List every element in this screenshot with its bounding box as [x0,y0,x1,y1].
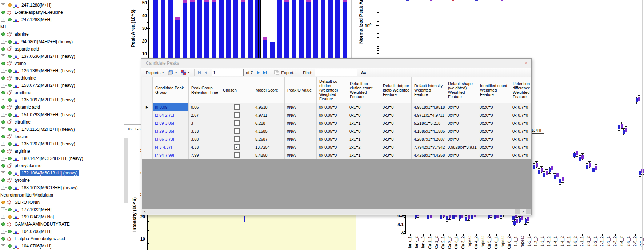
row-indicator[interactable] [142,143,153,151]
heatmap-button[interactable]: ▼ [180,69,192,76]
tree-item[interactable]: +177.1022[M+H] [0,206,52,213]
expand-plus-icon[interactable]: + [1,142,5,146]
tree-group-neurotransmitter-modulator[interactable]: Neurotransmitter/Modulator [0,191,53,199]
peak-group-link[interactable]: [0-0.09] [155,105,168,109]
tree-item[interactable]: +247.1288[M+H] [0,1,52,9]
next-page-button[interactable] [256,70,261,75]
tree-item[interactable]: L-alpha-Aminobutyric acid [0,235,66,242]
tree-item[interactable]: +180.1474[MC134H2+H] (heavy) [0,155,84,162]
peak-group-link[interactable]: [2.89-3.05] [155,121,174,125]
tree-item[interactable]: +199.0842[M+Na] [0,213,55,221]
chosen-checkbox[interactable] [234,104,240,110]
expand-plus-icon[interactable]: + [1,171,5,175]
peak-group-link[interactable]: [7.94-7.99] [155,153,174,157]
expand-plus-icon[interactable]: + [1,84,5,88]
tree-item[interactable]: +137.0636[M3H2+H] (heavy) [0,53,76,60]
peak-group-link[interactable]: [2.64-2.71] [155,113,174,117]
tree-item[interactable]: +151.0793[M3H2+H] (heavy) [0,111,76,118]
row-indicator[interactable] [142,127,153,135]
tree-item[interactable]: GAMMA-AMINOBUTYRATE [0,221,71,228]
column-header[interactable] [142,77,153,103]
font-size-button[interactable]: Aa [360,70,367,76]
tree-group-mt[interactable]: MT [0,23,7,31]
expand-plus-icon[interactable]: + [1,18,5,22]
chosen-checkbox[interactable]: ✓ [234,144,240,150]
cell-chosen[interactable] [220,103,253,111]
tree-item[interactable]: SEROTONIN [0,199,41,206]
tree-item[interactable]: valine [0,60,27,67]
page-number-input[interactable] [212,69,244,76]
expand-plus-icon[interactable]: + [1,207,5,211]
column-header[interactable]: Default dotp or idotp Weighted Feature [380,77,412,103]
column-header[interactable]: Default shape (weighted) Weighted Featur… [445,77,477,103]
expand-plus-icon[interactable]: + [1,230,5,234]
cell-candidate_peak_group[interactable]: [4.3-4.37] [153,143,189,151]
tree-item[interactable]: +135.1097[M2H2+H] (heavy) [0,96,76,104]
cell-chosen[interactable]: ✓ [220,143,253,151]
cell-candidate_peak_group[interactable]: [3.29-3.35] [153,127,189,135]
expand-plus-icon[interactable]: + [1,69,5,73]
dialog-titlebar[interactable]: Candidate Peaks × [141,59,531,68]
row-indicator[interactable] [142,135,153,143]
peak-group-link[interactable]: [3.66-3.73] [155,137,174,141]
tree-item[interactable]: glutamic acid [0,104,41,111]
cell-chosen[interactable] [220,151,253,159]
chosen-checkbox[interactable] [234,128,240,134]
chosen-checkbox[interactable] [234,112,240,118]
tree-item[interactable]: +135.1207[M3H2+H] (heavy) [0,140,76,148]
row-indicator[interactable] [142,151,153,159]
pivot-button[interactable]: ▼ [167,69,179,76]
expand-plus-icon[interactable]: + [1,3,5,7]
cell-candidate_peak_group[interactable]: [3.66-3.73] [153,135,189,143]
expand-plus-icon[interactable]: + [1,98,5,102]
tree-item[interactable]: +153.0772[M3H2+H] (heavy) [0,82,76,89]
expand-plus-icon[interactable]: + [1,186,5,190]
column-header[interactable]: Candidate Peak Group [153,77,189,103]
cell-candidate_peak_group[interactable]: [2.64-2.71] [153,111,189,119]
row-indicator[interactable]: ▶ [142,103,153,111]
column-header[interactable]: Peak Q Value [285,77,317,103]
previous-page-button[interactable] [203,70,209,75]
column-header[interactable]: Default intensity Weighted Feature [412,77,445,103]
tree-item[interactable]: +104.0706[M+H] [0,228,52,235]
tree-item[interactable]: methionine [0,74,37,82]
cell-candidate_peak_group[interactable]: [2.89-3.05] [153,119,189,127]
chosen-checkbox[interactable] [234,152,240,158]
tree-item[interactable]: phenylalanine [0,162,43,169]
expand-plus-icon[interactable]: + [1,40,5,44]
expand-plus-icon[interactable]: + [1,113,5,117]
peak-group-link[interactable]: [3.29-3.35] [155,129,174,133]
tree-item[interactable]: arginine [0,148,31,155]
reports-button[interactable]: Reports ▼ [144,70,166,76]
cell-chosen[interactable] [220,111,253,119]
tree-item[interactable]: aspartic acid [0,45,40,53]
tree-item-selected[interactable]: +172.1064[M6C13+H] (heavy) [0,169,79,177]
tree-item[interactable]: +178.1155[M2H2+H] (heavy) [0,126,76,133]
export-button[interactable]: Export... [273,69,298,76]
expand-plus-icon[interactable]: + [1,127,5,131]
tree-item[interactable]: +188.1013[M6C13+H] (heavy) [0,184,79,191]
chosen-checkbox[interactable] [234,120,240,126]
column-header[interactable]: Model Score [253,77,285,103]
tree-item[interactable]: leucine [0,133,29,140]
peak-group-link[interactable]: [4.3-4.37] [155,145,172,149]
column-header[interactable]: Default co-elution (weighted) Weighted F… [317,77,347,103]
expand-plus-icon[interactable]: + [1,215,5,219]
pane-splitter-strip[interactable] [124,0,129,250]
column-header[interactable]: Peak Group Retention Time [189,77,220,103]
tree-item[interactable]: +247.1288[M+H] [0,16,52,23]
column-header[interactable]: Default co-elution count Weighted Featur… [347,77,380,103]
cell-chosen[interactable] [220,127,253,135]
cell-chosen[interactable] [220,119,253,127]
cell-candidate_peak_group[interactable]: [7.94-7.99] [153,151,189,159]
row-indicator[interactable] [142,111,153,119]
column-header[interactable]: Chosen [220,77,253,103]
expand-plus-icon[interactable]: + [1,157,5,161]
expand-plus-icon[interactable]: + [1,54,5,58]
tree-item[interactable]: +126.1365[M8H2+H] (heavy) [0,67,76,74]
vertical-scrollbar-thumb[interactable] [124,138,128,203]
close-icon[interactable]: × [525,60,528,66]
tree-item[interactable]: alanine [0,31,30,38]
column-header[interactable]: Identified count Weighted Feature [477,77,510,103]
expand-plus-icon[interactable]: + [1,244,5,248]
